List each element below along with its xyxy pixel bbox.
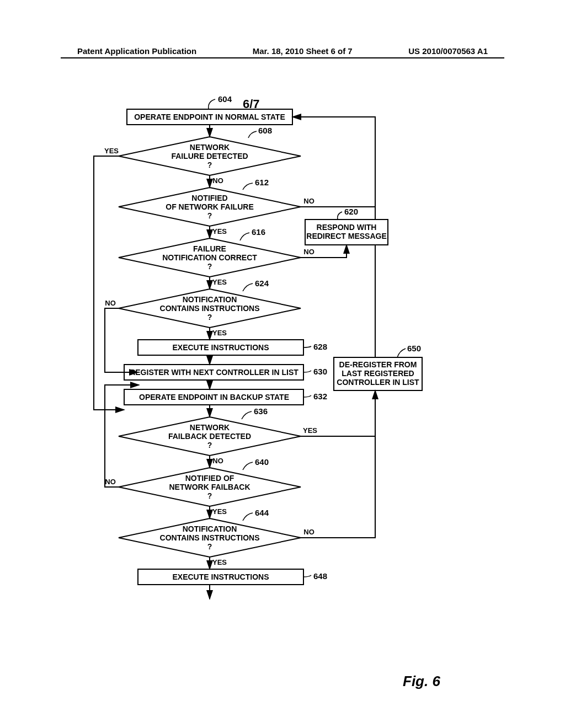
svg-text:NETWORK FAILBACK: NETWORK FAILBACK	[169, 483, 250, 491]
svg-text:YES: YES	[104, 147, 119, 155]
page-header: Patent Application Publication Mar. 18, …	[0, 46, 565, 56]
header-center: Mar. 18, 2010 Sheet 6 of 7	[253, 46, 353, 56]
svg-text:624: 624	[255, 279, 269, 288]
svg-text:NETWORK: NETWORK	[190, 143, 230, 152]
svg-text:OPERATE ENDPOINT IN NORMAL STA: OPERATE ENDPOINT IN NORMAL STATE	[134, 113, 285, 121]
svg-text:NO: NO	[212, 457, 223, 465]
svg-text:?: ?	[207, 313, 212, 322]
svg-text:FAILBACK DETECTED: FAILBACK DETECTED	[168, 432, 251, 441]
svg-text:YES: YES	[303, 426, 317, 435]
svg-text:OF NETWORK FAILURE: OF NETWORK FAILURE	[166, 202, 253, 211]
svg-text:640: 640	[255, 457, 269, 467]
svg-text:YES: YES	[212, 227, 227, 235]
box-632: OPERATE ENDPOINT IN BACKUP STATE 632	[124, 389, 327, 405]
svg-text:604: 604	[218, 94, 232, 104]
svg-text:NOTIFICATION: NOTIFICATION	[183, 524, 237, 533]
svg-text:YES: YES	[212, 558, 227, 566]
svg-text:DE-REGISTER FROM: DE-REGISTER FROM	[339, 360, 417, 369]
svg-text:NETWORK: NETWORK	[190, 423, 230, 432]
svg-text:NO: NO	[105, 478, 116, 486]
svg-text:NO: NO	[303, 248, 315, 256]
svg-text:?: ?	[207, 211, 212, 220]
svg-text:?: ?	[207, 491, 212, 500]
box-604: OPERATE ENDPOINT IN NORMAL STATE 604	[127, 94, 292, 125]
svg-text:?: ?	[207, 160, 212, 169]
svg-text:?: ?	[207, 262, 212, 271]
svg-text:FAILURE: FAILURE	[193, 244, 226, 253]
svg-text:YES: YES	[212, 329, 227, 337]
svg-point-52	[209, 384, 211, 387]
svg-text:YES: YES	[212, 278, 227, 286]
svg-text:?: ?	[207, 441, 212, 449]
svg-text:REDIRECT MESSAGE: REDIRECT MESSAGE	[306, 232, 386, 240]
svg-text:OPERATE ENDPOINT IN BACKUP STA: OPERATE ENDPOINT IN BACKUP STATE	[139, 393, 289, 402]
svg-text:612: 612	[255, 178, 269, 187]
svg-text:644: 644	[255, 508, 269, 517]
svg-text:YES: YES	[212, 507, 227, 516]
svg-text:EXECUTE INSTRUCTIONS: EXECUTE INSTRUCTIONS	[172, 572, 269, 581]
svg-text:RESPOND WITH: RESPOND WITH	[317, 223, 377, 232]
box-628: EXECUTE INSTRUCTIONS 628	[138, 340, 327, 355]
svg-text:NO: NO	[303, 528, 315, 536]
svg-text:?: ?	[207, 542, 212, 551]
svg-text:632: 632	[313, 392, 327, 401]
svg-text:628: 628	[313, 342, 327, 351]
svg-text:616: 616	[252, 227, 265, 237]
box-648: EXECUTE INSTRUCTIONS 648	[138, 569, 327, 585]
svg-text:NO: NO	[303, 197, 315, 205]
svg-text:EXECUTE INSTRUCTIONS: EXECUTE INSTRUCTIONS	[172, 343, 269, 352]
header-rule	[61, 57, 504, 58]
svg-text:608: 608	[258, 126, 272, 135]
svg-text:NOTIFICATION CORRECT: NOTIFICATION CORRECT	[162, 253, 257, 262]
header-right: US 2010/0070563 A1	[408, 46, 488, 56]
svg-text:NO: NO	[212, 176, 223, 185]
flowchart: OPERATE ENDPOINT IN NORMAL STATE 604 NET…	[77, 94, 497, 700]
svg-text:630: 630	[313, 367, 327, 376]
svg-text:648: 648	[313, 571, 327, 581]
svg-text:NOTIFIED: NOTIFIED	[191, 194, 227, 202]
svg-text:CONTAINS INSTRUCTIONS: CONTAINS INSTRUCTIONS	[160, 304, 260, 313]
header-left: Patent Application Publication	[77, 46, 196, 56]
svg-text:650: 650	[407, 344, 421, 353]
svg-text:REGISTER WITH NEXT CONTROLLER : REGISTER WITH NEXT CONTROLLER IN LIST	[130, 368, 299, 377]
svg-text:LAST REGISTERED: LAST REGISTERED	[342, 369, 414, 378]
svg-text:NO: NO	[105, 299, 116, 307]
svg-text:NOTIFIED OF: NOTIFIED OF	[185, 474, 234, 483]
svg-text:NOTIFICATION: NOTIFICATION	[183, 295, 237, 304]
box-650: DE-REGISTER FROM LAST REGISTERED CONTROL…	[334, 344, 422, 390]
svg-text:FAILURE DETECTED: FAILURE DETECTED	[171, 152, 248, 160]
svg-text:620: 620	[344, 207, 358, 216]
svg-text:CONTAINS INSTRUCTIONS: CONTAINS INSTRUCTIONS	[160, 533, 260, 542]
box-630: REGISTER WITH NEXT CONTROLLER IN LIST 63…	[124, 365, 327, 380]
svg-text:CONTROLLER IN LIST: CONTROLLER IN LIST	[337, 378, 419, 387]
svg-text:636: 636	[254, 406, 268, 416]
